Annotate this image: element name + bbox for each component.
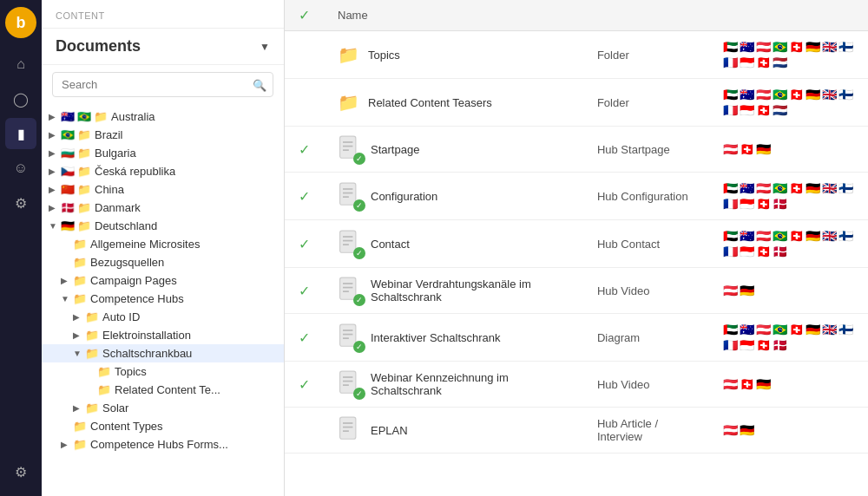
flag-icon: 🇩🇪 xyxy=(740,423,754,437)
flag-icon: 🇧🇷 xyxy=(773,40,787,54)
flag-icon: 🇩🇪 xyxy=(61,219,75,232)
table-row[interactable]: ✓ ✓Interaktiver SchaltschrankDiagram🇦🇪🇦🇺… xyxy=(285,314,868,362)
tree-arrow-icon: ▼ xyxy=(61,294,73,303)
tree-item-label: Campaign Pages xyxy=(90,274,177,287)
item-name: Webinar Kennzeichnung im Schaltschrank xyxy=(371,371,569,397)
flag-icon: 🇳🇱 xyxy=(773,103,787,117)
tree-item[interactable]: ▶📁Solar xyxy=(42,399,284,417)
flag-icon: 🇫🇮 xyxy=(838,323,853,336)
tree-item[interactable]: ▶🇨🇳📁China xyxy=(42,180,284,199)
tree-item-label: Competence Hubs xyxy=(90,292,184,305)
flag-icon: 🇦🇺 xyxy=(740,229,754,243)
table-row[interactable]: ✓ ✓Webinar Kennzeichnung im Schaltschran… xyxy=(285,362,868,408)
tree-item[interactable]: 📁Content Types xyxy=(42,417,284,435)
flag-icon: 🇳🇱 xyxy=(773,55,787,69)
check-cell: ✓ xyxy=(285,362,324,408)
item-name: EPLAN xyxy=(371,424,408,437)
tree-item-label: Bulgaria xyxy=(95,147,136,160)
flag-icon: 🇩🇰 xyxy=(773,338,787,352)
tree-item-label: Topics xyxy=(115,365,147,378)
flag-icon: 🇦🇺 xyxy=(740,323,754,336)
tree-item-label: Česká republika xyxy=(95,165,175,178)
table-row[interactable]: 📁TopicsFolder🇦🇪🇦🇺🇦🇹🇧🇷🇨🇭🇩🇪🇬🇧🇫🇮🇫🇷🇮🇩🇨🇭🇳🇱 xyxy=(285,31,868,79)
tree-item[interactable]: ▼🇩🇪📁Deutschland xyxy=(42,217,284,235)
flag-icon: 🇧🇷 xyxy=(773,181,787,195)
tree-item[interactable]: 📁Topics xyxy=(42,362,284,381)
flag-icon: 🇨🇭 xyxy=(756,103,771,117)
search-input[interactable] xyxy=(52,72,273,97)
search-box: 🔍 xyxy=(52,72,273,97)
clock-icon[interactable]: ◯ xyxy=(5,83,36,114)
tree-item[interactable]: ▶📁Competence Hubs Forms... xyxy=(42,435,284,454)
tree-item-label: Related Content Te... xyxy=(115,383,220,396)
tree-item[interactable]: ▶📁Campaign Pages xyxy=(42,271,284,290)
type-cell: Hub Configuration xyxy=(583,173,709,220)
folder-icon: 📁 xyxy=(77,201,91,214)
flag-icon: 🇦🇹 xyxy=(756,229,771,243)
tree-arrow-icon: ▼ xyxy=(73,349,85,358)
table-row[interactable]: EPLANHub Article / Interview🇦🇹🇩🇪 xyxy=(285,408,868,454)
sidebar-header: Content xyxy=(42,0,284,29)
document-file-icon: ✓ xyxy=(338,135,362,163)
table-row[interactable]: ✓ ✓Webinar Verdrahtungskanäle im Schalts… xyxy=(285,268,868,314)
check-cell xyxy=(285,31,324,79)
folder-icon: 📁 xyxy=(77,183,91,196)
col-type xyxy=(583,0,709,31)
tree-item-label: Elektroinstallation xyxy=(102,329,191,342)
flag-icon: 🇨🇭 xyxy=(756,338,771,352)
flag-icon: 🇫🇮 xyxy=(838,40,853,54)
flag-icon: 🇦🇹 xyxy=(756,88,771,101)
tree-item[interactable]: ▼📁Schaltschrankbau xyxy=(42,344,284,362)
flag-icon: 🇩🇪 xyxy=(806,88,820,101)
tree-arrow-icon: ▼ xyxy=(49,221,61,231)
puzzle-icon[interactable]: ⚙ xyxy=(5,187,36,219)
flags-cell: 🇦🇪🇦🇺🇦🇹🇧🇷🇨🇭🇩🇪🇬🇧🇫🇮🇫🇷🇮🇩🇨🇭🇩🇰 xyxy=(709,314,868,362)
tree-arrow-icon: ▶ xyxy=(49,203,61,212)
flag-icon: 🇧🇬 xyxy=(61,147,75,160)
tree-item[interactable]: ▶🇦🇺🇧🇷📁Australia xyxy=(42,108,284,126)
document-icon[interactable]: ▮ xyxy=(5,118,36,149)
table-row[interactable]: 📁Related Content TeasersFolder🇦🇪🇦🇺🇦🇹🇧🇷🇨🇭… xyxy=(285,79,868,127)
flag-icon: 🇩🇪 xyxy=(740,284,754,297)
folder-icon: 📁 xyxy=(94,110,108,123)
tree-item[interactable]: ▶📁Elektroinstallation xyxy=(42,326,284,344)
item-name: Related Content Teasers xyxy=(368,96,492,109)
table-row[interactable]: ✓ ✓ContactHub Contact🇦🇪🇦🇺🇦🇹🇧🇷🇨🇭🇩🇪🇬🇧🇫🇮🇫🇷🇮… xyxy=(285,220,868,268)
tree-arrow-icon: ▶ xyxy=(49,148,61,158)
tree-item[interactable]: ▶🇨🇿📁Česká republika xyxy=(42,162,284,180)
flag-icon: 🇦🇹 xyxy=(723,142,738,156)
flag-icon: 🇧🇷 xyxy=(773,229,787,243)
main-content: ✓ Name 📁TopicsFolder🇦🇪🇦🇺🇦🇹🇧🇷🇨🇭🇩🇪🇬🇧🇫🇮🇫🇷🇮🇩… xyxy=(285,0,868,496)
flag-icon: 🇩🇰 xyxy=(773,245,787,258)
folder-icon: 📁 xyxy=(77,147,91,160)
tree-item[interactable]: 📁Related Content Te... xyxy=(42,381,284,399)
item-name: Startpage xyxy=(371,143,419,156)
users-icon[interactable]: ☺ xyxy=(5,153,36,184)
name-cell: ✓Webinar Verdrahtungskanäle im Schaltsch… xyxy=(324,268,583,314)
tree-arrow-icon: ▶ xyxy=(49,130,61,140)
flags-cell: 🇦🇹🇨🇭🇩🇪 xyxy=(709,127,868,173)
tree-item[interactable]: 📁Bezugsquellen xyxy=(42,253,284,271)
home-icon[interactable]: ⌂ xyxy=(5,49,36,80)
tree-item[interactable]: ▶🇧🇬📁Bulgaria xyxy=(42,144,284,162)
sidebar-title-row[interactable]: Documents ▼ xyxy=(42,29,284,65)
tree-item[interactable]: 📁Allgemeine Microsites xyxy=(42,235,284,253)
name-cell: 📁Related Content Teasers xyxy=(324,79,583,127)
folder-icon: 📁 xyxy=(97,365,111,378)
table-row[interactable]: ✓ ✓StartpageHub Startpage🇦🇹🇨🇭🇩🇪 xyxy=(285,127,868,173)
settings-icon[interactable]: ⚙ xyxy=(5,456,36,487)
flag-icon: 🇨🇭 xyxy=(740,142,754,156)
name-cell: EPLAN xyxy=(324,408,583,454)
flag-icon: 🇦🇹 xyxy=(756,323,771,336)
tree-item[interactable]: ▶🇧🇷📁Brazil xyxy=(42,126,284,144)
extra-flag-icon: 🇧🇷 xyxy=(77,110,91,123)
tree-item[interactable]: ▼📁Competence Hubs xyxy=(42,290,284,308)
flag-icon: 🇩🇪 xyxy=(806,181,820,195)
table-row[interactable]: ✓ ✓ConfigurationHub Configuration🇦🇪🇦🇺🇦🇹🇧… xyxy=(285,173,868,220)
folder-icon: 📁 xyxy=(73,420,87,433)
folder-icon: 📁 xyxy=(85,401,99,414)
tree-item[interactable]: ▶🇩🇰📁Danmark xyxy=(42,199,284,217)
tree-item[interactable]: ▶📁Auto ID xyxy=(42,308,284,326)
flag-icon: 🇮🇩 xyxy=(740,55,754,69)
check-badge-icon: ✓ xyxy=(353,388,365,400)
